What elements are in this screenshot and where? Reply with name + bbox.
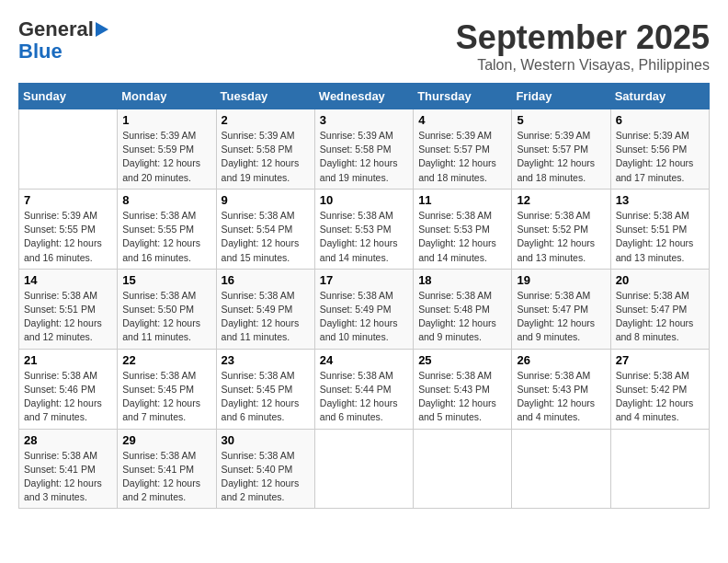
day-info: Sunrise: 5:38 AM Sunset: 5:51 PM Dayligh…: [616, 209, 704, 265]
day-info: Sunrise: 5:38 AM Sunset: 5:47 PM Dayligh…: [616, 289, 704, 345]
day-number: 8: [122, 193, 210, 207]
cell-w3-d4: 17Sunrise: 5:38 AM Sunset: 5:49 PM Dayli…: [314, 269, 413, 349]
cell-w4-d5: 25Sunrise: 5:38 AM Sunset: 5:43 PM Dayli…: [414, 349, 512, 429]
cell-w5-d5: [414, 429, 512, 509]
day-number: 3: [320, 113, 408, 127]
cell-w3-d7: 20Sunrise: 5:38 AM Sunset: 5:47 PM Dayli…: [610, 269, 709, 349]
day-number: 1: [122, 113, 210, 127]
col-friday: Friday: [512, 84, 610, 109]
cell-w3-d5: 18Sunrise: 5:38 AM Sunset: 5:48 PM Dayli…: [414, 269, 512, 349]
cell-w4-d6: 26Sunrise: 5:38 AM Sunset: 5:43 PM Dayli…: [512, 349, 610, 429]
day-info: Sunrise: 5:39 AM Sunset: 5:59 PM Dayligh…: [122, 129, 210, 185]
cell-w1-d4: 3Sunrise: 5:39 AM Sunset: 5:58 PM Daylig…: [314, 109, 413, 190]
cell-w1-d5: 4Sunrise: 5:39 AM Sunset: 5:57 PM Daylig…: [414, 109, 512, 190]
week-row-3: 14Sunrise: 5:38 AM Sunset: 5:51 PM Dayli…: [19, 269, 710, 349]
day-info: Sunrise: 5:38 AM Sunset: 5:43 PM Dayligh…: [418, 369, 506, 425]
day-info: Sunrise: 5:38 AM Sunset: 5:44 PM Dayligh…: [320, 369, 408, 425]
cell-w4-d7: 27Sunrise: 5:38 AM Sunset: 5:42 PM Dayli…: [610, 349, 709, 429]
month-title: September 2025: [456, 18, 710, 57]
week-row-2: 7Sunrise: 5:39 AM Sunset: 5:55 PM Daylig…: [19, 189, 710, 269]
cell-w4-d3: 23Sunrise: 5:38 AM Sunset: 5:45 PM Dayli…: [216, 349, 314, 429]
cell-w3-d1: 14Sunrise: 5:38 AM Sunset: 5:51 PM Dayli…: [19, 269, 118, 349]
week-row-5: 28Sunrise: 5:38 AM Sunset: 5:41 PM Dayli…: [19, 429, 710, 509]
day-number: 2: [222, 113, 310, 127]
day-number: 20: [616, 273, 704, 287]
cell-w3-d6: 19Sunrise: 5:38 AM Sunset: 5:47 PM Dayli…: [512, 269, 610, 349]
day-number: 5: [517, 113, 605, 127]
calendar-table: Sunday Monday Tuesday Wednesday Thursday…: [18, 83, 710, 509]
cell-w2-d3: 9Sunrise: 5:38 AM Sunset: 5:54 PM Daylig…: [216, 189, 314, 269]
logo-arrow-icon: [96, 22, 108, 37]
title-section: September 2025 Talon, Western Visayas, P…: [456, 18, 710, 74]
day-number: 19: [517, 273, 605, 287]
day-number: 29: [122, 433, 210, 447]
col-saturday: Saturday: [610, 84, 709, 109]
day-info: Sunrise: 5:38 AM Sunset: 5:49 PM Dayligh…: [320, 289, 408, 345]
day-info: Sunrise: 5:39 AM Sunset: 5:57 PM Dayligh…: [418, 129, 506, 185]
col-monday: Monday: [118, 84, 216, 109]
day-info: Sunrise: 5:39 AM Sunset: 5:57 PM Dayligh…: [517, 129, 605, 185]
cell-w1-d3: 2Sunrise: 5:39 AM Sunset: 5:58 PM Daylig…: [216, 109, 314, 190]
day-number: 27: [616, 353, 704, 367]
day-number: 25: [418, 353, 506, 367]
cell-w4-d2: 22Sunrise: 5:38 AM Sunset: 5:45 PM Dayli…: [118, 349, 216, 429]
cell-w5-d2: 29Sunrise: 5:38 AM Sunset: 5:41 PM Dayli…: [118, 429, 216, 509]
cell-w2-d6: 12Sunrise: 5:38 AM Sunset: 5:52 PM Dayli…: [512, 189, 610, 269]
calendar-body: 1Sunrise: 5:39 AM Sunset: 5:59 PM Daylig…: [19, 109, 710, 509]
cell-w2-d5: 11Sunrise: 5:38 AM Sunset: 5:53 PM Dayli…: [414, 189, 512, 269]
day-info: Sunrise: 5:38 AM Sunset: 5:46 PM Dayligh…: [24, 369, 112, 425]
day-info: Sunrise: 5:38 AM Sunset: 5:48 PM Dayligh…: [418, 289, 506, 345]
day-info: Sunrise: 5:39 AM Sunset: 5:58 PM Dayligh…: [222, 129, 310, 185]
col-tuesday: Tuesday: [216, 84, 314, 109]
cell-w5-d3: 30Sunrise: 5:38 AM Sunset: 5:40 PM Dayli…: [216, 429, 314, 509]
header-row: Sunday Monday Tuesday Wednesday Thursday…: [19, 84, 710, 109]
calendar-header: Sunday Monday Tuesday Wednesday Thursday…: [19, 84, 710, 109]
day-info: Sunrise: 5:38 AM Sunset: 5:55 PM Dayligh…: [122, 209, 210, 265]
day-info: Sunrise: 5:38 AM Sunset: 5:51 PM Dayligh…: [24, 289, 112, 345]
day-info: Sunrise: 5:38 AM Sunset: 5:41 PM Dayligh…: [24, 449, 112, 505]
day-number: 18: [418, 273, 506, 287]
day-number: 28: [24, 433, 112, 447]
cell-w3-d3: 16Sunrise: 5:38 AM Sunset: 5:49 PM Dayli…: [216, 269, 314, 349]
day-info: Sunrise: 5:38 AM Sunset: 5:43 PM Dayligh…: [517, 369, 605, 425]
day-info: Sunrise: 5:38 AM Sunset: 5:53 PM Dayligh…: [320, 209, 408, 265]
cell-w2-d1: 7Sunrise: 5:39 AM Sunset: 5:55 PM Daylig…: [19, 189, 118, 269]
day-info: Sunrise: 5:39 AM Sunset: 5:58 PM Dayligh…: [320, 129, 408, 185]
cell-w2-d7: 13Sunrise: 5:38 AM Sunset: 5:51 PM Dayli…: [610, 189, 709, 269]
logo: General Blue: [18, 18, 108, 63]
day-info: Sunrise: 5:38 AM Sunset: 5:49 PM Dayligh…: [222, 289, 310, 345]
day-number: 16: [222, 273, 310, 287]
day-number: 13: [616, 193, 704, 207]
header: General Blue September 2025 Talon, Weste…: [18, 18, 710, 74]
col-thursday: Thursday: [414, 84, 512, 109]
day-number: 4: [418, 113, 506, 127]
day-info: Sunrise: 5:38 AM Sunset: 5:40 PM Dayligh…: [222, 449, 310, 505]
day-number: 9: [222, 193, 310, 207]
cell-w2-d4: 10Sunrise: 5:38 AM Sunset: 5:53 PM Dayli…: [314, 189, 413, 269]
day-number: 10: [320, 193, 408, 207]
cell-w3-d2: 15Sunrise: 5:38 AM Sunset: 5:50 PM Dayli…: [118, 269, 216, 349]
day-number: 22: [122, 353, 210, 367]
cell-w1-d6: 5Sunrise: 5:39 AM Sunset: 5:57 PM Daylig…: [512, 109, 610, 190]
cell-w1-d2: 1Sunrise: 5:39 AM Sunset: 5:59 PM Daylig…: [118, 109, 216, 190]
week-row-4: 21Sunrise: 5:38 AM Sunset: 5:46 PM Dayli…: [19, 349, 710, 429]
day-info: Sunrise: 5:38 AM Sunset: 5:53 PM Dayligh…: [418, 209, 506, 265]
day-number: 11: [418, 193, 506, 207]
day-number: 7: [24, 193, 112, 207]
day-info: Sunrise: 5:38 AM Sunset: 5:41 PM Dayligh…: [122, 449, 210, 505]
day-info: Sunrise: 5:38 AM Sunset: 5:45 PM Dayligh…: [122, 369, 210, 425]
day-info: Sunrise: 5:38 AM Sunset: 5:52 PM Dayligh…: [517, 209, 605, 265]
cell-w2-d2: 8Sunrise: 5:38 AM Sunset: 5:55 PM Daylig…: [118, 189, 216, 269]
cell-w1-d7: 6Sunrise: 5:39 AM Sunset: 5:56 PM Daylig…: [610, 109, 709, 190]
day-info: Sunrise: 5:38 AM Sunset: 5:54 PM Dayligh…: [222, 209, 310, 265]
day-number: 15: [122, 273, 210, 287]
cell-w4-d4: 24Sunrise: 5:38 AM Sunset: 5:44 PM Dayli…: [314, 349, 413, 429]
day-info: Sunrise: 5:38 AM Sunset: 5:42 PM Dayligh…: [616, 369, 704, 425]
day-info: Sunrise: 5:39 AM Sunset: 5:55 PM Dayligh…: [24, 209, 112, 265]
day-number: 24: [320, 353, 408, 367]
day-number: 14: [24, 273, 112, 287]
day-info: Sunrise: 5:39 AM Sunset: 5:56 PM Dayligh…: [616, 129, 704, 185]
day-number: 26: [517, 353, 605, 367]
cell-w5-d1: 28Sunrise: 5:38 AM Sunset: 5:41 PM Dayli…: [19, 429, 118, 509]
day-info: Sunrise: 5:38 AM Sunset: 5:47 PM Dayligh…: [517, 289, 605, 345]
